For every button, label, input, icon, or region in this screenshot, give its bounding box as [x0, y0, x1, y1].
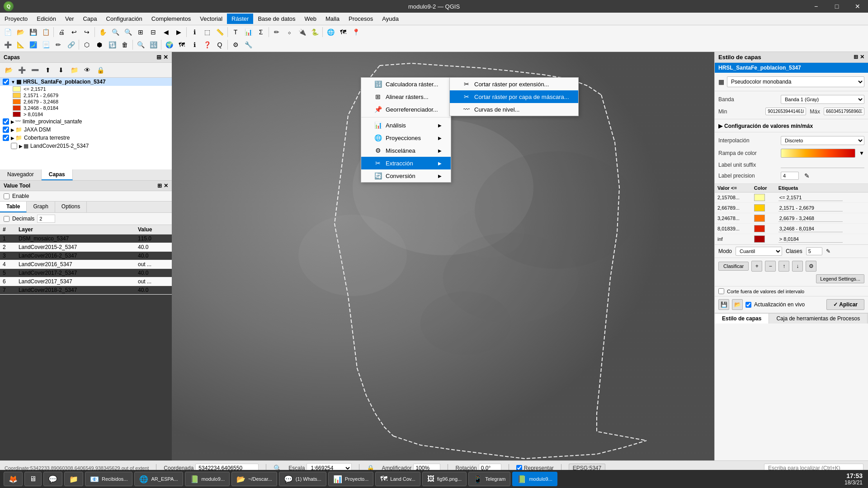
tb-xyz[interactable]: 📍 [350, 26, 362, 38]
color-ramp-arrow[interactable]: ▼ [859, 150, 864, 156]
layer-item-landcover[interactable]: ▶ ▦ LandCover2015-2_5347 [0, 142, 172, 150]
layer-expand-cobertura[interactable]: ▶ [11, 136, 14, 141]
layer-item-jaxa[interactable]: ▶ 📁 JAXA DSM [0, 126, 172, 134]
tb-globe[interactable]: 🌍 [163, 39, 175, 51]
menu-configuracion[interactable]: Configuración [102, 14, 147, 24]
min-input[interactable] [765, 108, 806, 115]
max-input[interactable] [824, 108, 864, 115]
layers-tb-open[interactable]: 📂 [3, 64, 14, 76]
layers-tb-visible[interactable]: 👁 [81, 64, 93, 76]
tb-browser[interactable]: 🌐 [325, 26, 336, 38]
vt-float-icon[interactable]: ⊞ [157, 183, 162, 189]
classes-icon[interactable]: ✎ [826, 248, 830, 254]
layers-tb-down[interactable]: ⬇ [55, 64, 67, 76]
dd-analisis[interactable]: 📊 Análisis [361, 119, 451, 131]
dd-miscelanea[interactable]: ⚙ Miscelánea [361, 144, 451, 157]
st-label-input-4[interactable] [778, 225, 843, 232]
tb-plugins[interactable]: 🔌 [296, 26, 308, 38]
tb-rotate[interactable]: 🔃 [106, 39, 118, 51]
tb-osm2[interactable]: 🗺 [176, 39, 188, 51]
st-label-input-2[interactable] [778, 205, 843, 211]
minmax-config-title[interactable]: ▶ Configuración de valores mín/máx [718, 121, 864, 130]
tab-navegador[interactable]: Navegador [0, 169, 42, 180]
tb-zoomlayer[interactable]: ⊟ [147, 26, 159, 38]
style-close-icon[interactable]: ✕ [860, 54, 864, 61]
task-telegram[interactable]: 📱 Telegram [468, 472, 510, 486]
tb-info2[interactable]: ℹ [189, 39, 200, 51]
task-terminal[interactable]: 🖥 [24, 472, 42, 486]
rs-tab-estilo[interactable]: Estilo de capas [715, 314, 769, 324]
task-landcov[interactable]: 🗺 Land Cov... [375, 472, 420, 486]
move-up-button[interactable]: ↑ [778, 261, 789, 272]
label-suffix-input[interactable] [781, 161, 864, 168]
tb-pan[interactable]: ✋ [97, 26, 108, 38]
tb-osm[interactable]: 🗺 [337, 26, 349, 38]
menu-ver[interactable]: Ver [61, 14, 79, 24]
precision-edit-icon[interactable]: ✎ [804, 172, 810, 179]
save-style-button[interactable]: 💾 [718, 299, 729, 310]
tb-identify[interactable]: ℹ [189, 26, 200, 38]
vt-tab-options[interactable]: Options [55, 202, 87, 212]
tb-save[interactable]: 💾 [27, 26, 39, 38]
tb-add-csv[interactable]: 📃 [40, 39, 52, 51]
tb-delete[interactable]: 🗑 [119, 39, 131, 51]
renderer-select[interactable]: Pseudocolor monobanda [727, 76, 864, 87]
layers-icon-1[interactable]: ⊞ [156, 54, 161, 61]
tb-polygon[interactable]: ⬢ [94, 39, 105, 51]
mode-select[interactable]: Cuantil Igual intervalo Natural Breaks [736, 247, 782, 256]
layers-icon-2[interactable]: ✕ [163, 54, 168, 61]
menu-complementos[interactable]: Complementos [147, 14, 195, 24]
tb-open[interactable]: 📂 [14, 26, 26, 38]
vt-close-icon[interactable]: ✕ [164, 183, 168, 189]
classify-button[interactable]: Clasificar [718, 262, 749, 271]
layers-tb-group[interactable]: 📁 [68, 64, 80, 76]
layer-checkbox-jaxa[interactable] [3, 127, 9, 133]
st-label-input-5[interactable] [778, 236, 843, 243]
menu-procesos[interactable]: Procesos [344, 14, 377, 24]
add-class-button[interactable]: + [751, 261, 762, 272]
enable-checkbox[interactable] [4, 193, 9, 199]
tb-add-layer[interactable]: ➕ [2, 39, 14, 51]
layer-checkbox-hrsl[interactable] [3, 79, 9, 85]
layer-checkbox-cobertura[interactable] [3, 135, 9, 141]
map-canvas[interactable]: 🔢 Calculadora ráster... ⊞ Alinear ráster… [172, 52, 714, 460]
color-ramp-display[interactable] [781, 149, 855, 158]
tb-add-vector[interactable]: 📐 [14, 39, 26, 51]
tb-measure[interactable]: 📏 [214, 26, 226, 38]
map-area[interactable]: 🔢 Calculadora ráster... ⊞ Alinear ráster… [172, 52, 714, 460]
tb-search[interactable]: 🔍 [135, 39, 146, 51]
task-files[interactable]: 📁 [64, 472, 83, 486]
st-label-5[interactable] [776, 234, 868, 244]
layers-tb-remove[interactable]: ➖ [29, 64, 41, 76]
tb-print[interactable]: 🖨 [56, 26, 67, 38]
tb-python[interactable]: 🐍 [309, 26, 321, 38]
advanced-button[interactable]: ⚙ [806, 261, 816, 272]
st-color-2[interactable] [751, 203, 776, 213]
tb-redo[interactable]: ↪ [81, 26, 93, 38]
tab-capas[interactable]: Capas [42, 169, 73, 180]
dd-alinear[interactable]: ⊞ Alinear rásters... [361, 90, 451, 103]
layer-item-cobertura[interactable]: ▶ 📁 Cobertura terrestre [0, 134, 172, 142]
band-select[interactable]: Banda 1 (Gray) [781, 95, 864, 104]
menu-edicion[interactable]: Edición [32, 14, 61, 24]
menu-vectorial[interactable]: Vectorial [195, 14, 227, 24]
task-modulo2[interactable]: 📗 modulo9... [512, 472, 557, 486]
load-style-button[interactable]: 📂 [732, 299, 743, 310]
tb-edit-snapping[interactable]: 🔗 [65, 39, 77, 51]
classes-input[interactable] [806, 247, 822, 255]
task-firefox[interactable]: 🦊 [4, 472, 23, 486]
st-label-input-1[interactable] [778, 194, 843, 201]
live-update-checkbox[interactable] [745, 302, 751, 308]
tb-digitize2[interactable]: ⬡ [81, 39, 93, 51]
task-descar[interactable]: 📂 ~/Descar... [231, 472, 277, 486]
tb-node-tool[interactable]: ⬦ [283, 26, 295, 38]
tb-zoomout[interactable]: 🔍 [122, 26, 134, 38]
move-down-button[interactable]: ↓ [792, 261, 803, 272]
st-label-3[interactable] [776, 213, 868, 224]
task-proyecto[interactable]: 📊 Proyecto... [328, 472, 374, 486]
menu-web[interactable]: Web [300, 14, 321, 24]
tb-process1[interactable]: ⚙ [230, 39, 241, 51]
interpolation-select[interactable]: Discreto Lineal Exacto [781, 136, 864, 145]
st-label-4[interactable] [776, 224, 868, 234]
legend-settings-button[interactable]: Legend Settings... [816, 274, 864, 283]
